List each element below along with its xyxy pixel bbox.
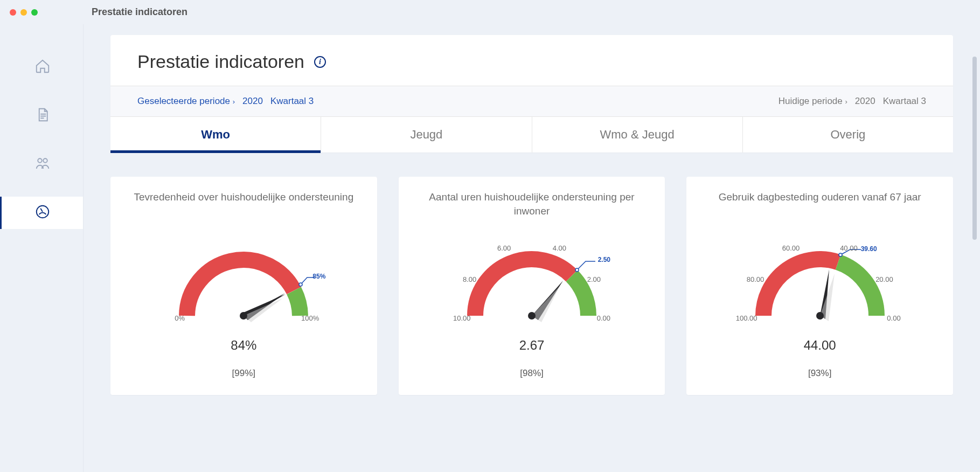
tab-label: Wmo & Jeugd: [600, 128, 675, 141]
home-icon: [34, 58, 51, 77]
gauge-title: Tevredenheid over huishoudelijke onderst…: [134, 190, 353, 221]
svg-point-8: [528, 312, 536, 320]
gauge-tick: 40.00: [840, 244, 858, 252]
selected-period-label-text: Geselecteerde periode: [137, 96, 230, 106]
page-title-text: Prestatie indicatoren: [137, 51, 304, 72]
gauge-chart: 10.00 8.00 6.00 4.00 2.00 0.00 2.50: [451, 232, 613, 335]
svg-point-7: [575, 268, 579, 272]
gauge-card-daycare: Gebruik dagbesteding ouderen vanaf 67 ja…: [686, 177, 953, 395]
gauge-tick: 0.00: [597, 314, 610, 322]
gauge-value: 2.67: [519, 338, 545, 353]
svg-point-1: [43, 158, 47, 163]
chevron-right-icon: ›: [845, 98, 847, 106]
svg-point-6: [240, 312, 247, 320]
gauge-value: 84%: [231, 338, 256, 353]
svg-point-10: [816, 312, 824, 320]
gauge-threshold-label: 85%: [312, 273, 325, 280]
gauge-value: 44.00: [804, 338, 836, 353]
window-titlebar: Prestatie indicatoren: [0, 0, 980, 24]
sidebar-item-dashboard[interactable]: [0, 197, 83, 229]
gauge-title: Gebruik dagbesteding ouderen vanaf 67 ja…: [719, 190, 921, 221]
tab-jeugd[interactable]: Jeugd: [321, 117, 532, 152]
gauge-card-satisfaction: Tevredenheid over huishoudelijke onderst…: [110, 177, 377, 395]
selected-period-year[interactable]: 2020: [242, 96, 263, 107]
window-minimize-button[interactable]: [20, 9, 27, 16]
tabs: Wmo Jeugd Wmo & Jeugd Overig: [110, 117, 953, 152]
document-icon: [34, 107, 51, 125]
sidebar-item-documents[interactable]: [0, 100, 83, 132]
window-controls: [10, 9, 38, 16]
svg-point-3: [299, 283, 302, 286]
current-period-label: Huidige periode ›: [779, 96, 847, 107]
sidebar: [0, 24, 84, 472]
gauge-tick: 2.00: [587, 275, 601, 283]
gauge-icon: [34, 204, 51, 222]
chevron-right-icon: ›: [233, 98, 235, 106]
gauge-tick-max: 100%: [301, 314, 319, 322]
gauge-bracket: [98%]: [520, 368, 543, 379]
gauge-tick: 100.00: [736, 314, 757, 322]
page-title: Prestatie indicatoren i: [137, 51, 926, 72]
window-close-button[interactable]: [10, 9, 16, 16]
selected-period-label[interactable]: Geselecteerde periode ›: [137, 96, 235, 107]
users-icon: [34, 155, 51, 173]
selected-period: Geselecteerde periode › 2020 Kwartaal 3: [137, 96, 532, 107]
header-card: Prestatie indicatoren i Geselecteerde pe…: [110, 35, 953, 152]
gauge-chart: 100.00 80.00 60.00 40.00 20.00 0.00 39.6…: [739, 232, 901, 335]
period-filter-row: Geselecteerde periode › 2020 Kwartaal 3 …: [110, 86, 953, 117]
tab-wmo[interactable]: Wmo: [110, 117, 321, 152]
gauge-tick-min: 0%: [175, 314, 185, 322]
tab-wmo-jeugd[interactable]: Wmo & Jeugd: [532, 117, 743, 152]
gauge-card-hours: Aantal uren huishoudelijke ondersteuning…: [399, 177, 665, 395]
selected-period-quarter[interactable]: Kwartaal 3: [270, 96, 314, 107]
gauge-tick: 6.00: [497, 244, 511, 252]
gauge-tick: 4.00: [553, 244, 566, 252]
tab-label: Jeugd: [410, 128, 442, 141]
gauge-row: Tevredenheid over huishoudelijke onderst…: [110, 177, 953, 395]
tab-overig[interactable]: Overig: [743, 117, 953, 152]
gauge-tick: 10.00: [453, 314, 471, 322]
gauge-threshold-label: 39.60: [861, 245, 877, 253]
current-period-label-text: Huidige periode: [779, 96, 843, 106]
gauge-tick: 0.00: [887, 314, 900, 322]
gauge-threshold-label: 2.50: [598, 256, 610, 263]
app-title: Prestatie indicatoren: [92, 6, 187, 18]
vertical-scrollbar[interactable]: [972, 57, 977, 240]
current-period-year: 2020: [855, 96, 875, 107]
gauge-title: Aantal uren huishoudelijke ondersteuning…: [412, 190, 652, 221]
gauge-tick: 80.00: [747, 275, 764, 283]
current-period-quarter: Kwartaal 3: [883, 96, 926, 107]
svg-point-0: [38, 158, 42, 163]
info-icon[interactable]: i: [314, 56, 326, 68]
content-area: Prestatie indicatoren i Geselecteerde pe…: [84, 24, 980, 472]
tab-label: Overig: [830, 128, 865, 141]
current-period: Huidige periode › 2020 Kwartaal 3: [532, 96, 926, 107]
sidebar-item-users[interactable]: [0, 148, 83, 181]
gauge-chart: 0% 100% 85%: [163, 232, 324, 335]
tab-label: Wmo: [201, 128, 230, 141]
sidebar-item-home[interactable]: [0, 51, 83, 84]
svg-point-9: [839, 253, 842, 256]
gauge-tick: 60.00: [782, 244, 800, 252]
window-maximize-button[interactable]: [31, 9, 38, 16]
gauge-tick: 8.00: [463, 275, 476, 283]
gauge-tick: 20.00: [875, 275, 893, 283]
gauge-bracket: [99%]: [232, 368, 255, 379]
gauge-bracket: [93%]: [808, 368, 831, 379]
